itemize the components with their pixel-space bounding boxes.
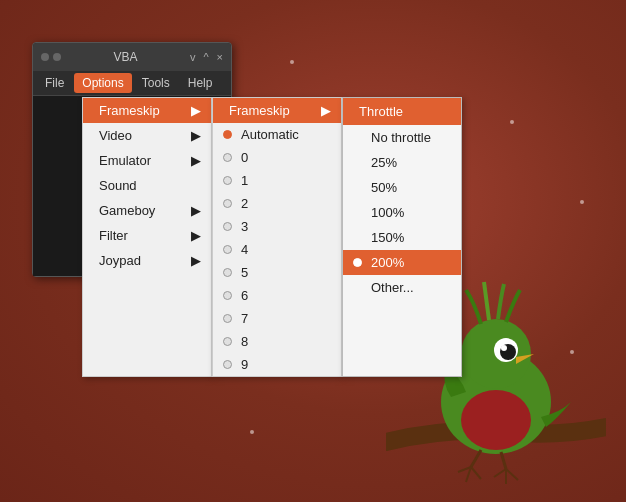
arrow-icon: ▶: [191, 253, 201, 268]
radio-icon: [223, 337, 232, 346]
frameskip-menu: Frameskip ▶ Automatic 0 1 2 3 4 5: [212, 97, 342, 377]
frameskip-item-3[interactable]: 3: [213, 215, 341, 238]
svg-line-14: [506, 469, 518, 480]
frameskip-item-7[interactable]: 7: [213, 307, 341, 330]
titlebar-title: VBA: [67, 50, 184, 64]
options-item-frameskip[interactable]: Frameskip ▶: [83, 98, 211, 123]
radio-icon: [223, 291, 232, 300]
titlebar-controls[interactable]: v ^ ×: [190, 51, 223, 63]
arrow-icon: ▶: [191, 103, 201, 118]
titlebar-dots: [41, 53, 61, 61]
options-item-joypad[interactable]: Joypad ▶: [83, 248, 211, 273]
options-item-gameboy[interactable]: Gameboy ▶: [83, 198, 211, 223]
particle: [290, 60, 294, 64]
throttle-item-100[interactable]: 100%: [343, 200, 461, 225]
dropdown-container: Frameskip ▶ Video ▶ Emulator ▶ Sound Gam…: [82, 97, 462, 377]
radio-icon: [223, 153, 232, 162]
particle: [510, 120, 514, 124]
maximize-button[interactable]: ^: [203, 51, 208, 63]
radio-icon: [223, 245, 232, 254]
throttle-item-50[interactable]: 50%: [343, 175, 461, 200]
radio-icon: [223, 360, 232, 369]
arrow-icon: ▶: [191, 128, 201, 143]
arrow-icon: ▶: [191, 228, 201, 243]
frameskip-item-8[interactable]: 8: [213, 330, 341, 353]
svg-point-5: [501, 345, 507, 351]
menu-tools[interactable]: Tools: [134, 73, 178, 93]
titlebar-dot-1: [41, 53, 49, 61]
throttle-item-200[interactable]: 200%: [343, 250, 461, 275]
radio-icon: [223, 268, 232, 277]
particle: [580, 200, 584, 204]
particle: [250, 430, 254, 434]
titlebar-dot-2: [53, 53, 61, 61]
frameskip-item-5[interactable]: 5: [213, 261, 341, 284]
options-item-video[interactable]: Video ▶: [83, 123, 211, 148]
svg-point-1: [461, 390, 531, 450]
arrow-icon: ▶: [191, 153, 201, 168]
options-menu: Frameskip ▶ Video ▶ Emulator ▶ Sound Gam…: [82, 97, 212, 377]
svg-line-11: [501, 452, 506, 469]
frameskip-item-4[interactable]: 4: [213, 238, 341, 261]
svg-line-12: [494, 469, 506, 477]
throttle-header: Throttle: [343, 98, 461, 125]
frameskip-header: Frameskip ▶: [213, 98, 341, 123]
options-item-emulator[interactable]: Emulator ▶: [83, 148, 211, 173]
frameskip-item-2[interactable]: 2: [213, 192, 341, 215]
arrow-icon: ▶: [191, 203, 201, 218]
throttle-item-no-throttle[interactable]: No throttle: [343, 125, 461, 150]
radio-icon: [223, 222, 232, 231]
svg-line-7: [471, 450, 481, 467]
menu-options[interactable]: Options: [74, 73, 131, 93]
radio-icon: [223, 176, 232, 185]
minimize-button[interactable]: v: [190, 51, 196, 63]
throttle-menu: Throttle No throttle 25% 50% 100% 150% 2…: [342, 97, 462, 377]
menubar: File Options Tools Help: [33, 71, 231, 96]
frameskip-item-automatic[interactable]: Automatic: [213, 123, 341, 146]
radio-icon: [223, 314, 232, 323]
radio-icon: [223, 130, 232, 139]
throttle-item-other[interactable]: Other...: [343, 275, 461, 300]
throttle-item-25[interactable]: 25%: [343, 150, 461, 175]
options-item-filter[interactable]: Filter ▶: [83, 223, 211, 248]
menu-file[interactable]: File: [37, 73, 72, 93]
frameskip-item-6[interactable]: 6: [213, 284, 341, 307]
frameskip-item-1[interactable]: 1: [213, 169, 341, 192]
options-item-sound[interactable]: Sound: [83, 173, 211, 198]
frameskip-item-9[interactable]: 9: [213, 353, 341, 376]
radio-selected-icon: [353, 258, 362, 267]
close-button[interactable]: ×: [217, 51, 223, 63]
arrow-icon: ▶: [321, 103, 331, 118]
titlebar: VBA v ^ ×: [33, 43, 231, 71]
radio-icon: [223, 199, 232, 208]
menu-help[interactable]: Help: [180, 73, 221, 93]
throttle-item-150[interactable]: 150%: [343, 225, 461, 250]
frameskip-item-0[interactable]: 0: [213, 146, 341, 169]
svg-line-10: [471, 467, 481, 479]
